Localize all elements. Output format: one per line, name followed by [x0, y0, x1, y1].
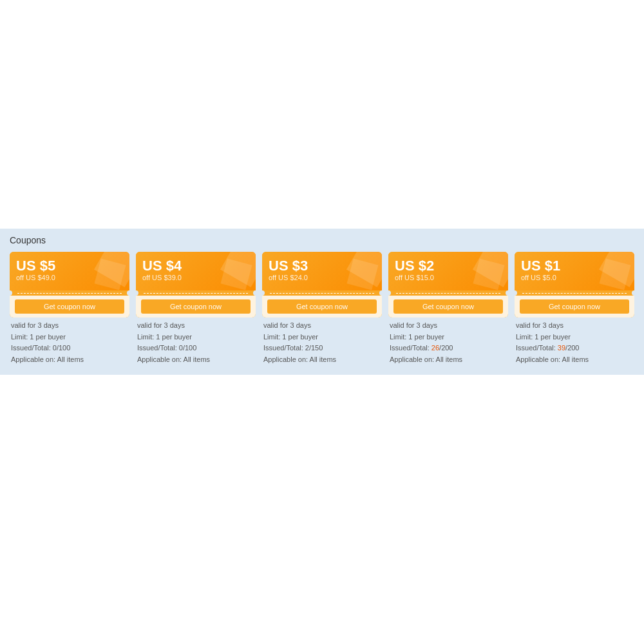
get-coupon-btn-2[interactable]: Get coupon now — [393, 299, 503, 314]
coupon-button-area-1: Get coupon now — [515, 296, 634, 317]
coupon-divider-line-1 — [522, 293, 627, 294]
coupon-info-5: valid for 3 days Limit: 1 per buyer Issu… — [10, 320, 129, 365]
coupon-top-1: US $1 off US $5.0 — [515, 252, 634, 290]
coupon-notch-right-5 — [127, 290, 129, 296]
coupon-top-4: US $4 off US $39.0 — [136, 252, 256, 290]
coupon-amount-5: US $5 — [16, 258, 123, 274]
coupon-limit-4: Limit: 1 per buyer — [137, 332, 254, 343]
get-coupon-btn-4[interactable]: Get coupon now — [141, 299, 251, 314]
coupon-button-area-5: Get coupon now — [10, 296, 129, 317]
coupon-limit-2: Limit: 1 per buyer — [390, 332, 507, 343]
coupon-issued-3: Issued/Total: 2/150 — [263, 343, 381, 354]
page-wrapper: Coupons US $5 off US $49.0 Get coupon no… — [0, 0, 644, 644]
coupon-min-5: off US $49.0 — [16, 274, 123, 281]
coupon-notch-right-1 — [632, 290, 634, 296]
coupon-divider-1 — [515, 290, 634, 296]
coupon-issued-highlight-1: 39 — [558, 344, 565, 352]
coupon-card-4: US $4 off US $39.0 Get coupon now — [136, 252, 256, 317]
coupon-valid-4: valid for 3 days — [137, 320, 254, 332]
coupon-issued-4: Issued/Total: 0/100 — [137, 343, 254, 354]
coupon-limit-1: Limit: 1 per buyer — [516, 332, 633, 343]
coupon-valid-1: valid for 3 days — [516, 320, 633, 332]
coupon-notch-right-3 — [379, 290, 382, 296]
coupon-divider-line-3 — [270, 293, 374, 294]
coupon-applicable-2: Applicable on: All items — [390, 354, 507, 366]
coupon-info-1: valid for 3 days Limit: 1 per buyer Issu… — [515, 320, 634, 365]
coupon-item-2: US $2 off US $15.0 Get coupon now valid … — [388, 252, 508, 365]
coupon-min-2: off US $15.0 — [395, 274, 502, 281]
coupon-divider-5 — [10, 290, 129, 296]
top-space — [0, 0, 644, 229]
coupon-divider-4 — [136, 290, 256, 296]
coupon-top-3: US $3 off US $24.0 — [262, 252, 382, 290]
coupon-card-2: US $2 off US $15.0 Get coupon now — [388, 252, 508, 317]
coupon-top-2: US $2 off US $15.0 — [388, 252, 508, 290]
coupon-item-4: US $4 off US $39.0 Get coupon now valid … — [136, 252, 256, 365]
coupon-notch-left-3 — [262, 290, 265, 296]
coupons-section: Coupons US $5 off US $49.0 Get coupon no… — [0, 229, 644, 375]
coupon-applicable-1: Applicable on: All items — [516, 354, 633, 366]
coupon-notch-right-4 — [253, 290, 256, 296]
coupon-valid-2: valid for 3 days — [390, 320, 507, 332]
coupon-amount-3: US $3 — [269, 258, 375, 274]
bottom-space — [0, 375, 644, 644]
coupon-notch-right-2 — [506, 290, 508, 296]
coupon-divider-line-2 — [396, 293, 500, 294]
get-coupon-btn-1[interactable]: Get coupon now — [520, 299, 629, 314]
coupons-list: US $5 off US $49.0 Get coupon now valid … — [10, 252, 634, 365]
coupon-valid-3: valid for 3 days — [263, 320, 381, 332]
coupon-amount-2: US $2 — [395, 258, 502, 274]
coupon-issued-5: Issued/Total: 0/100 — [11, 343, 128, 354]
coupon-amount-4: US $4 — [142, 258, 249, 274]
coupon-issued-2: Issued/Total: 26/200 — [390, 343, 507, 354]
coupon-button-area-2: Get coupon now — [388, 296, 508, 317]
coupon-issued-1: Issued/Total: 39/200 — [516, 343, 633, 354]
coupon-applicable-4: Applicable on: All items — [137, 354, 254, 366]
coupon-notch-left-2 — [388, 290, 391, 296]
coupon-notch-left-4 — [136, 290, 138, 296]
coupons-title: Coupons — [10, 235, 634, 245]
coupon-divider-3 — [262, 290, 382, 296]
coupon-valid-5: valid for 3 days — [11, 320, 128, 332]
coupon-divider-line-4 — [144, 293, 248, 294]
coupon-limit-5: Limit: 1 per buyer — [11, 332, 128, 343]
coupon-item-3: US $3 off US $24.0 Get coupon now valid … — [262, 252, 382, 365]
coupon-divider-2 — [388, 290, 508, 296]
coupon-card-3: US $3 off US $24.0 Get coupon now — [262, 252, 382, 317]
coupon-min-4: off US $39.0 — [142, 274, 249, 281]
coupon-issued-highlight-2: 26 — [431, 344, 439, 352]
get-coupon-btn-3[interactable]: Get coupon now — [267, 299, 377, 314]
coupon-button-area-4: Get coupon now — [136, 296, 256, 317]
coupon-item-5: US $5 off US $49.0 Get coupon now valid … — [10, 252, 129, 365]
coupon-limit-3: Limit: 1 per buyer — [263, 332, 381, 343]
get-coupon-btn-5[interactable]: Get coupon now — [15, 299, 124, 314]
coupon-applicable-3: Applicable on: All items — [263, 354, 381, 366]
coupon-min-3: off US $24.0 — [269, 274, 375, 281]
coupon-notch-left-5 — [10, 290, 12, 296]
coupon-info-2: valid for 3 days Limit: 1 per buyer Issu… — [388, 320, 508, 365]
coupon-card-5: US $5 off US $49.0 Get coupon now — [10, 252, 129, 317]
coupon-top-5: US $5 off US $49.0 — [10, 252, 129, 290]
coupon-info-3: valid for 3 days Limit: 1 per buyer Issu… — [262, 320, 382, 365]
coupon-applicable-5: Applicable on: All items — [11, 354, 128, 366]
coupon-amount-1: US $1 — [521, 258, 628, 274]
coupon-min-1: off US $5.0 — [521, 274, 628, 281]
coupon-info-4: valid for 3 days Limit: 1 per buyer Issu… — [136, 320, 256, 365]
coupon-item-1: US $1 off US $5.0 Get coupon now valid f… — [515, 252, 634, 365]
coupon-notch-left-1 — [515, 290, 517, 296]
coupon-divider-line-5 — [17, 293, 122, 294]
coupon-card-1: US $1 off US $5.0 Get coupon now — [515, 252, 634, 317]
coupon-button-area-3: Get coupon now — [262, 296, 382, 317]
